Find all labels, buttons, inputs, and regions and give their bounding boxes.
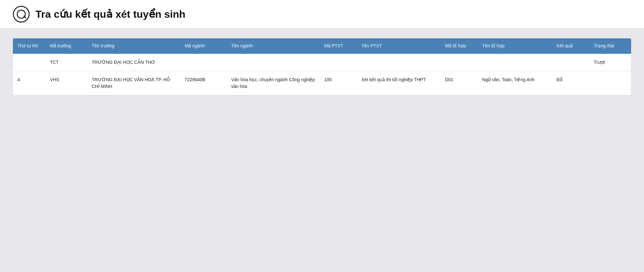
col-header-ma-to-hop: Mã tổ hợp [440,38,478,54]
col-header-ma-nganh: Mã ngành [180,38,227,54]
cell-ma_ptxt: 100 [320,71,357,95]
cell-trang_thai: Trượt [589,54,631,71]
col-header-ten-truong: Tên trường [87,38,180,54]
col-header-ket-qua: Kết quả [552,38,589,54]
results-table-container: Thứ tự NV Mã trường Tên trường Mã ngành … [13,38,631,95]
cell-ten_nganh [227,54,320,71]
cell-ma_to_hop: D01 [440,71,478,95]
cell-thu_tu_nv: 4 [13,71,45,95]
table-row: TCTTRƯỜNG ĐẠI HỌC CẦN THƠTrượt [13,54,631,71]
col-header-ma-ptxt: Mã PTXT [320,38,357,54]
cell-ten_nganh: Văn hóa học, chuyên ngành Công nghiệp vă… [227,71,320,95]
header: Tra cứu kết quả xét tuyển sinh [0,0,644,29]
cell-ket_qua: Đỗ [552,71,589,95]
col-header-ten-nganh: Tên ngành [227,38,320,54]
cell-ten_to_hop [478,54,552,71]
page-title: Tra cứu kết quả xét tuyển sinh [35,8,185,20]
cell-ten_ptxt: Xét kết quả thi tốt nghiệp THPT [357,71,440,95]
main-content: Thứ tự NV Mã trường Tên trường Mã ngành … [0,29,644,105]
col-header-ten-to-hop: Tên tổ hợp [478,38,552,54]
search-icon [13,6,30,23]
col-header-ten-ptxt: Tên PTXT [357,38,440,54]
cell-ket_qua [552,54,589,71]
col-header-trang-thai: Trạng thái [589,38,631,54]
col-header-thu-tu-nv: Thứ tự NV [13,38,45,54]
cell-trang_thai [589,71,631,95]
cell-ten_ptxt [357,54,440,71]
table-row: 4VHSTRƯỜNG ĐẠI HỌC VĂN HOÁ TP. HỒ CHÍ MI… [13,71,631,95]
cell-ma_nganh: 7229040B [180,71,227,95]
cell-ten_truong: TRƯỜNG ĐẠI HỌC VĂN HOÁ TP. HỒ CHÍ MINH [87,71,180,95]
cell-ten_to_hop: Ngữ văn, Toán, Tiếng Anh [478,71,552,95]
cell-ma_to_hop [440,54,478,71]
table-header-row: Thứ tự NV Mã trường Tên trường Mã ngành … [13,38,631,54]
cell-ten_truong: TRƯỜNG ĐẠI HỌC CẦN THƠ [87,54,180,71]
cell-thu_tu_nv [13,54,45,71]
col-header-ma-truong: Mã trường [45,38,87,54]
results-table: Thứ tự NV Mã trường Tên trường Mã ngành … [13,38,631,95]
cell-ma_truong: TCT [45,54,87,71]
cell-ma_ptxt [320,54,357,71]
cell-ma_nganh [180,54,227,71]
cell-ma_truong: VHS [45,71,87,95]
